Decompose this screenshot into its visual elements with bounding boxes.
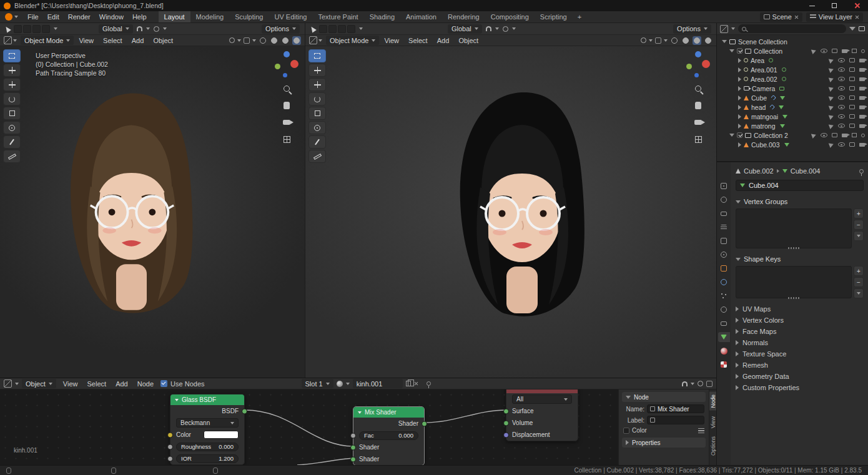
section-face-maps[interactable]: Face Maps — [736, 326, 864, 336]
outliner-row-cube[interactable]: Cube — [717, 93, 868, 102]
menu-select[interactable]: Select — [405, 37, 432, 44]
viewport-disable-icon[interactable] — [832, 49, 837, 53]
add-vertex-group-button[interactable] — [854, 208, 864, 218]
overlays-toggle-icon[interactable] — [244, 37, 250, 44]
ior-field[interactable]: IOR1.200 — [176, 454, 239, 463]
breadcrumb-data[interactable]: Cube.004 — [791, 167, 821, 175]
outliner-row-matrong[interactable]: matrong — [717, 121, 868, 130]
properties-tab-physics[interactable] — [718, 305, 730, 315]
shading-wireframe-button[interactable] — [670, 36, 679, 45]
proportional-edit-icon[interactable] — [154, 26, 159, 32]
selectable-toggle-icon[interactable] — [829, 95, 834, 101]
chevron-down-icon[interactable] — [237, 39, 241, 42]
tool-annotate[interactable] — [3, 135, 21, 149]
shader-input-socket-2[interactable] — [350, 456, 356, 462]
disclosure-icon[interactable] — [738, 124, 741, 129]
tool-select-box[interactable] — [3, 49, 21, 62]
properties-tab-tool[interactable] — [718, 181, 730, 191]
viewport-left-canvas[interactable]: User Perspective (0) Collection | Cube.0… — [0, 46, 305, 378]
properties-tab-particles[interactable] — [718, 291, 730, 301]
outliner-row-area001[interactable]: Area.001 — [717, 65, 868, 74]
scene-selector[interactable]: Scene — [760, 12, 802, 22]
add-workspace-button[interactable] — [573, 11, 586, 22]
node-glass-bsdf[interactable]: Glass BSDF BSDF Beckmann Color Roughness… — [170, 394, 245, 465]
displacement-input-socket[interactable] — [503, 432, 509, 438]
add-shape-key-button[interactable] — [854, 266, 864, 276]
vertex-group-specials-button[interactable] — [854, 231, 864, 241]
resize-grip[interactable] — [788, 297, 799, 299]
outliner-row-head[interactable]: head — [717, 102, 868, 112]
shading-material-button[interactable] — [693, 36, 701, 45]
render-disable-icon[interactable] — [859, 143, 865, 147]
properties-tab-output[interactable] — [718, 208, 730, 218]
render-disable-icon[interactable] — [859, 124, 865, 128]
selectable-toggle-icon[interactable] — [829, 142, 834, 148]
menu-add[interactable]: Add — [112, 380, 132, 388]
zoom-icon[interactable] — [693, 83, 704, 94]
menu-help[interactable]: Help — [128, 11, 151, 22]
blender-menu-button[interactable] — [0, 11, 23, 22]
minus-z-axis-dot[interactable] — [694, 73, 699, 77]
viewport-disable-icon[interactable] — [849, 95, 855, 100]
node-header[interactable]: Glass BSDF — [170, 394, 244, 405]
active-tool-icon[interactable] — [4, 25, 11, 32]
pan-hand-icon[interactable] — [281, 100, 292, 111]
node-mix-shader[interactable]: Mix Shader Shader Fac0.000 Shader Shader — [353, 406, 425, 465]
viewport-disable-icon[interactable] — [849, 86, 855, 91]
tool-annotate[interactable] — [308, 135, 326, 149]
properties-panel-header[interactable]: Properties — [622, 438, 706, 448]
vertex-groups-list[interactable] — [736, 208, 852, 248]
section-geometry-data[interactable]: Geometry Data — [736, 371, 864, 381]
disclosure-icon[interactable] — [729, 49, 734, 52]
tool-rotate[interactable] — [3, 92, 21, 105]
workspace-tab-layout[interactable]: Layout — [159, 11, 190, 22]
shading-solid-button[interactable] — [681, 36, 690, 45]
y-axis-dot[interactable] — [275, 64, 280, 69]
material-icon[interactable] — [337, 381, 343, 387]
unlink-material-icon[interactable] — [414, 381, 418, 386]
collapse-icon[interactable] — [175, 399, 179, 401]
mode-dropdown[interactable]: Object Mode — [326, 36, 379, 45]
hide-toggle-icon[interactable] — [838, 58, 845, 62]
chevron-down-icon[interactable] — [649, 39, 653, 42]
overlays-toggle-icon[interactable] — [655, 37, 661, 44]
zoom-icon[interactable] — [281, 83, 292, 94]
section-shape-keys[interactable]: Shape Keys — [736, 254, 864, 264]
render-disable-icon[interactable] — [859, 59, 865, 62]
outliner-row-area002[interactable]: Area.002 — [717, 74, 868, 84]
chevron-down-icon[interactable] — [512, 27, 516, 30]
shading-wireframe-button[interactable] — [259, 36, 267, 45]
maximize-button[interactable] — [823, 0, 846, 11]
menu-select[interactable]: Select — [99, 37, 126, 44]
proportional-edit-icon[interactable] — [503, 26, 508, 32]
outliner-row-camera[interactable]: Camera — [717, 84, 868, 93]
use-nodes-checkbox[interactable] — [160, 380, 167, 387]
workspace-tab-animation[interactable]: Animation — [400, 11, 442, 22]
chevron-down-icon[interactable] — [359, 27, 363, 30]
chevron-down-icon[interactable] — [146, 27, 150, 30]
shading-solid-button[interactable] — [270, 36, 279, 45]
render-disable-icon[interactable] — [842, 49, 847, 53]
options-dropdown[interactable]: Options — [262, 24, 300, 34]
section-custom-properties[interactable]: Custom Properties — [736, 382, 864, 393]
y-axis-dot[interactable] — [686, 64, 692, 69]
shading-material-button[interactable] — [281, 36, 290, 45]
node-header[interactable]: Mix Shader — [353, 407, 424, 418]
workspace-tab-texture-paint[interactable]: Texture Paint — [312, 11, 363, 22]
render-disable-icon[interactable] — [859, 68, 865, 72]
gizmo-toggle-icon[interactable] — [641, 37, 646, 43]
outliner-row-cube003[interactable]: Cube.003 — [717, 140, 868, 149]
render-disable-icon[interactable] — [859, 115, 865, 119]
sidebar-tab-node[interactable]: Node — [709, 392, 717, 411]
workspace-tab-uv-editing[interactable]: UV Editing — [269, 11, 312, 22]
selectable-toggle-icon[interactable] — [829, 114, 834, 120]
node-material-output[interactable]: All Surface Volume Displacement — [506, 389, 578, 441]
selectable-toggle-icon[interactable] — [811, 48, 817, 54]
hide-toggle-icon[interactable] — [838, 77, 845, 81]
render-disable-icon[interactable] — [859, 77, 865, 81]
view-layer-selector[interactable]: View Layer — [806, 12, 863, 22]
search-input[interactable] — [749, 26, 842, 32]
breadcrumb-object[interactable]: Cube.002 — [744, 167, 774, 175]
tool-transform[interactable] — [3, 121, 21, 134]
bsdf-output-socket[interactable] — [242, 408, 247, 414]
